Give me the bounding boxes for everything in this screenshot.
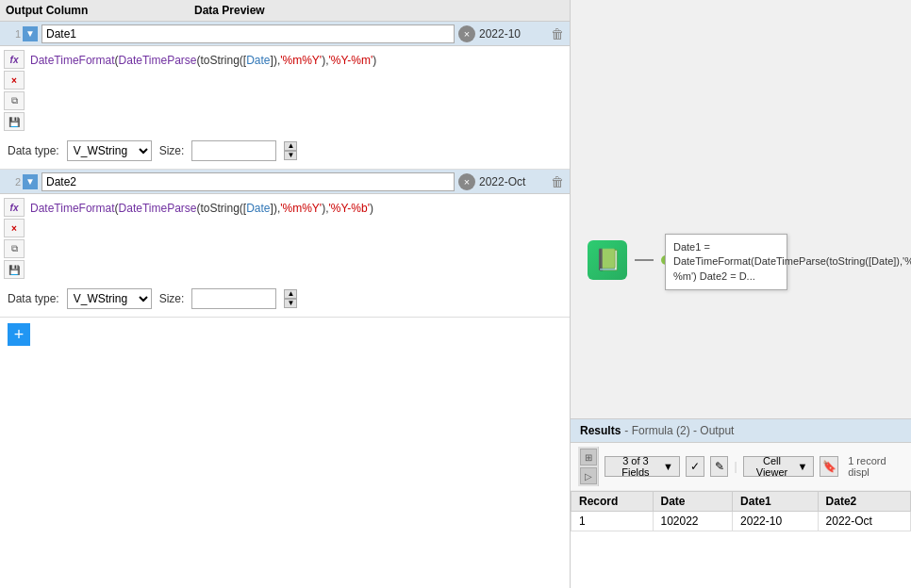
book-node[interactable]: 📗 (588, 240, 627, 280)
spin-up-2[interactable]: ▲ (284, 289, 297, 299)
table-cell: 102022 (653, 512, 733, 531)
results-arrow-icon[interactable]: ▷ (580, 467, 597, 484)
pencil-icon: ✎ (715, 460, 724, 473)
expr-text-2[interactable]: DateTimeFormat(DateTimeParse(toString([D… (28, 198, 566, 219)
field-row-2: 2 ▼ × 2022-Oct 🗑 (0, 170, 570, 194)
expr-text-1[interactable]: DateTimeFormat(DateTimeParse(toString([D… (28, 50, 566, 71)
book-icon: 📗 (595, 248, 621, 272)
results-grid-icon[interactable]: ⊞ (580, 449, 597, 466)
size-spinner-1: ▲ ▼ (284, 141, 297, 160)
cell-viewer-btn[interactable]: Cell Viewer ▼ (743, 456, 815, 477)
copy-btn-1[interactable]: ⧉ (4, 91, 25, 110)
table-cell: 2022-10 (733, 512, 819, 531)
col-header-date1: Date1 (733, 492, 819, 512)
size-input-2[interactable]: 1073741823 (191, 288, 276, 309)
trash-icon-2: 🗑 (551, 174, 564, 189)
fields-select-btn[interactable]: 3 of 3 Fields ▼ (605, 456, 680, 477)
fields-select-label: 3 of 3 Fields (611, 455, 660, 478)
size-label-2: Size: (159, 292, 185, 305)
expr-row-2: fx × ⧉ 💾 DateTimeFormat(DateTimeParse(to… (0, 194, 570, 283)
side-icons-2: fx × ⧉ 💾 (4, 198, 25, 279)
chevron-btn-2[interactable]: ▼ (23, 174, 38, 189)
copy-btn-2[interactable]: ⧉ (4, 239, 25, 258)
results-toolbar: ⊞ ▷ 3 of 3 Fields ▼ ✓ ✎ | Cell Viewer ▼ … (571, 443, 911, 491)
cell-viewer-chevron: ▼ (797, 461, 807, 472)
spin-down-2[interactable]: ▼ (284, 299, 297, 308)
table-cell: 2022-Oct (818, 512, 910, 531)
chevron-btn-1[interactable]: ▼ (23, 26, 38, 41)
chevron-down-icon-1: ▼ (25, 28, 35, 39)
clear-btn-1[interactable]: × (458, 25, 475, 42)
table-row: 11020222022-102022-Oct (571, 512, 911, 531)
filter-icon: 🔖 (822, 460, 836, 473)
expr-row-1: fx × ⧉ 💾 DateTimeFormat(DateTimeParse(to… (0, 46, 570, 135)
col-header-date2: Date2 (818, 492, 910, 512)
size-spinner-2: ▲ ▼ (284, 289, 297, 308)
save-btn-2[interactable]: 💾 (4, 260, 25, 279)
output-col-header: Output Column (6, 4, 194, 17)
results-panel: Results - Formula (2) - Output ⊞ ▷ 3 of … (571, 418, 911, 588)
check-icon-btn[interactable]: ✓ (686, 456, 704, 477)
chevron-down-icon-2: ▼ (25, 176, 35, 187)
spin-up-1[interactable]: ▲ (284, 141, 297, 151)
preview-value-2: 2022-Oct (479, 175, 545, 188)
trash-icon-1: 🗑 (551, 26, 564, 41)
filter-icon-btn[interactable]: 🔖 (820, 456, 838, 477)
col-header-record: Record (571, 492, 654, 512)
x-btn-1[interactable]: × (4, 71, 25, 90)
col-header-date: Date (653, 492, 733, 512)
canvas-area[interactable]: 📗 ⚗ Date1 = DateTimeFormat(DateTimeParse… (571, 0, 911, 418)
size-label-1: Size: (159, 144, 185, 157)
fx-btn-2[interactable]: fx (4, 198, 25, 217)
field-name-input-2[interactable] (41, 172, 455, 191)
fx-btn-1[interactable]: fx (4, 50, 25, 69)
data-preview-header: Data Preview (194, 4, 564, 17)
results-table-wrap[interactable]: Record Date Date1 Date2 11020222022-1020… (571, 491, 911, 588)
datatype-row-1: Data type: V_WString Size: 1073741823 ▲ … (0, 135, 570, 169)
formula-block-2: 2 ▼ × 2022-Oct 🗑 fx × ⧉ 💾 DateTimeFormat… (0, 170, 570, 318)
add-row-button[interactable]: + (8, 323, 30, 346)
size-input-1[interactable]: 1073741823 (191, 140, 276, 161)
datatype-select-2[interactable]: V_WString (67, 288, 152, 309)
results-title: Results (580, 424, 621, 437)
x-icon-1: × (464, 28, 470, 40)
datatype-label-2: Data type: (8, 292, 59, 305)
column-headers: Output Column Data Preview (0, 0, 570, 22)
x-icon-2: × (464, 176, 470, 188)
results-subtitle: - Formula (2) - Output (624, 424, 734, 437)
field-name-input-1[interactable] (41, 24, 455, 43)
datatype-select-1[interactable]: V_WString (67, 140, 152, 161)
formula-editor-panel: Output Column Data Preview 1 ▼ × 2022-10… (0, 0, 571, 588)
table-cell: 1 (571, 512, 654, 531)
save-btn-1[interactable]: 💾 (4, 112, 25, 131)
right-panel: 📗 ⚗ Date1 = DateTimeFormat(DateTimeParse… (571, 0, 911, 588)
spin-down-1[interactable]: ▼ (284, 151, 297, 160)
results-table: Record Date Date1 Date2 11020222022-1020… (571, 491, 911, 531)
results-header: Results - Formula (2) - Output (571, 419, 911, 443)
node-tooltip: Date1 = DateTimeFormat(DateTimeParse(toS… (665, 234, 787, 290)
field-row-1: 1 ▼ × 2022-10 🗑 (0, 22, 570, 46)
node-tooltip-text: Date1 = DateTimeFormat(DateTimeParse(toS… (673, 241, 911, 282)
trash-btn-2[interactable]: 🗑 (549, 173, 566, 190)
datatype-label-1: Data type: (8, 144, 59, 157)
row-number-1: 1 (4, 28, 21, 40)
toolbar-separator: | (734, 460, 737, 473)
formula-block-1: 1 ▼ × 2022-10 🗑 fx × ⧉ 💾 DateTimeFormat(… (0, 22, 570, 170)
pencil-icon-btn[interactable]: ✎ (710, 456, 729, 477)
trash-btn-1[interactable]: 🗑 (549, 25, 566, 42)
fields-chevron-icon: ▼ (663, 461, 673, 472)
preview-value-1: 2022-10 (479, 27, 545, 41)
connector-line (635, 259, 654, 261)
datatype-row-2: Data type: V_WString Size: 1073741823 ▲ … (0, 283, 570, 317)
x-btn-2[interactable]: × (4, 219, 25, 237)
side-icons-1: fx × ⧉ 💾 (4, 50, 25, 131)
results-side-icons: ⊞ ▷ (578, 447, 599, 486)
clear-btn-2[interactable]: × (458, 173, 475, 190)
check-icon: ✓ (690, 460, 700, 473)
table-header-row: Record Date Date1 Date2 (571, 492, 911, 512)
row-number-2: 2 (4, 176, 21, 188)
cell-viewer-label: Cell Viewer (750, 455, 795, 478)
plus-icon: + (14, 325, 25, 345)
record-count-text: 1 record displ (848, 455, 903, 478)
